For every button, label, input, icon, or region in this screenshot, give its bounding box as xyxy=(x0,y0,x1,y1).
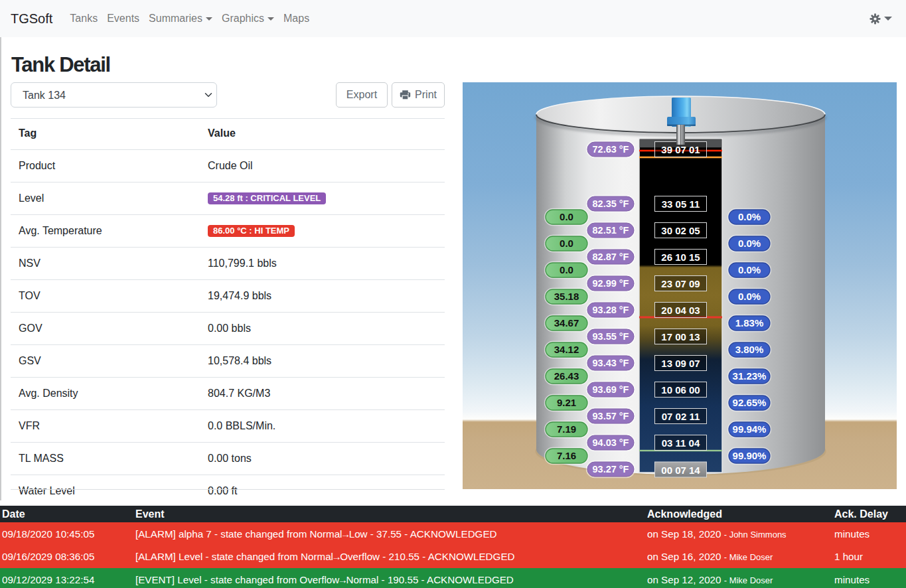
svg-text:07 02 11: 07 02 11 xyxy=(662,411,700,422)
svg-text:34.67: 34.67 xyxy=(554,317,579,329)
svg-text:7.16: 7.16 xyxy=(557,450,576,461)
svg-text:3.80%: 3.80% xyxy=(735,344,764,355)
svg-text:82.87 °F: 82.87 °F xyxy=(593,252,629,262)
svg-text:26 10 15: 26 10 15 xyxy=(661,252,700,263)
svg-text:92.65%: 92.65% xyxy=(733,397,767,408)
svg-text:1.83%: 1.83% xyxy=(735,317,764,329)
svg-text:99.90%: 99.90% xyxy=(733,450,767,461)
svg-text:0.0%: 0.0% xyxy=(738,238,761,249)
svg-text:23 07 09: 23 07 09 xyxy=(661,278,700,289)
svg-text:03 11 04: 03 11 04 xyxy=(662,437,700,449)
svg-text:0.0: 0.0 xyxy=(560,238,573,249)
svg-text:0.0%: 0.0% xyxy=(738,264,761,275)
svg-text:93.43 °F: 93.43 °F xyxy=(593,358,629,368)
svg-text:20 04 03: 20 04 03 xyxy=(661,305,700,316)
svg-text:93.28 °F: 93.28 °F xyxy=(593,305,629,315)
svg-text:93.57 °F: 93.57 °F xyxy=(593,411,629,421)
svg-text:13 09 07: 13 09 07 xyxy=(661,358,700,369)
svg-text:92.99 °F: 92.99 °F xyxy=(593,278,629,289)
svg-text:93.27 °F: 93.27 °F xyxy=(593,464,629,475)
svg-text:31.23%: 31.23% xyxy=(733,370,767,382)
svg-text:39 07 01: 39 07 01 xyxy=(661,144,700,155)
svg-text:0.0: 0.0 xyxy=(560,264,573,275)
svg-text:93.69 °F: 93.69 °F xyxy=(593,384,629,395)
svg-text:9.21: 9.21 xyxy=(557,397,576,408)
svg-text:30 02 05: 30 02 05 xyxy=(661,225,700,236)
svg-text:99.94%: 99.94% xyxy=(733,423,767,435)
svg-text:26.43: 26.43 xyxy=(554,370,579,382)
svg-text:82.35 °F: 82.35 °F xyxy=(593,198,629,209)
svg-text:00 07 14: 00 07 14 xyxy=(661,465,700,476)
svg-text:0.0: 0.0 xyxy=(560,211,573,222)
svg-text:35.18: 35.18 xyxy=(554,291,579,302)
svg-text:93.55 °F: 93.55 °F xyxy=(593,331,629,342)
svg-text:33 05 11: 33 05 11 xyxy=(662,198,700,210)
svg-text:82.51 °F: 82.51 °F xyxy=(593,225,629,236)
svg-text:94.03 °F: 94.03 °F xyxy=(593,437,629,448)
svg-text:17 00 13: 17 00 13 xyxy=(661,331,700,342)
svg-text:0.0%: 0.0% xyxy=(738,291,761,302)
svg-text:0.0%: 0.0% xyxy=(738,211,761,222)
svg-text:10 06 00: 10 06 00 xyxy=(661,384,700,396)
svg-text:72.63 °F: 72.63 °F xyxy=(593,144,629,155)
svg-text:34.12: 34.12 xyxy=(554,344,579,355)
svg-text:7.19: 7.19 xyxy=(557,423,576,435)
